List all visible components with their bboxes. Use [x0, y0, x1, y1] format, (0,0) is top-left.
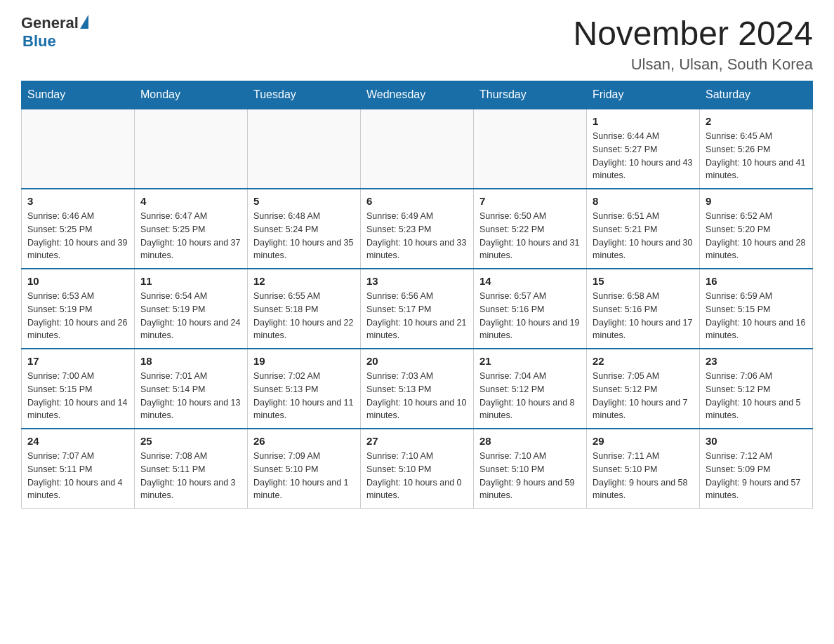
day-number: 22	[593, 355, 694, 367]
day-info: Sunrise: 7:06 AMSunset: 5:12 PMDaylight:…	[706, 370, 807, 422]
day-info: Sunrise: 6:58 AMSunset: 5:16 PMDaylight:…	[593, 290, 694, 342]
week-row-3: 17Sunrise: 7:00 AMSunset: 5:15 PMDayligh…	[22, 349, 813, 429]
day-number: 1	[593, 115, 694, 127]
week-row-1: 3Sunrise: 6:46 AMSunset: 5:25 PMDaylight…	[22, 189, 813, 269]
day-info: Sunrise: 6:49 AMSunset: 5:23 PMDaylight:…	[366, 210, 468, 262]
day-info: Sunrise: 7:03 AMSunset: 5:13 PMDaylight:…	[366, 370, 468, 422]
calendar-cell-w2-d4: 14Sunrise: 6:57 AMSunset: 5:16 PMDayligh…	[474, 269, 587, 349]
day-info: Sunrise: 6:59 AMSunset: 5:15 PMDaylight:…	[706, 290, 807, 342]
day-info: Sunrise: 6:56 AMSunset: 5:17 PMDaylight:…	[366, 290, 468, 342]
calendar-cell-w3-d4: 21Sunrise: 7:04 AMSunset: 5:12 PMDayligh…	[474, 349, 587, 429]
day-info: Sunrise: 7:05 AMSunset: 5:12 PMDaylight:…	[593, 370, 694, 422]
page-header: General Blue November 2024 Ulsan, Ulsan,…	[21, 14, 813, 74]
weekday-header-saturday: Saturday	[700, 81, 813, 109]
weekday-header-sunday: Sunday	[22, 81, 135, 109]
calendar-cell-w1-d1: 4Sunrise: 6:47 AMSunset: 5:25 PMDaylight…	[135, 189, 248, 269]
day-info: Sunrise: 7:02 AMSunset: 5:13 PMDaylight:…	[253, 370, 355, 422]
calendar-cell-w2-d2: 12Sunrise: 6:55 AMSunset: 5:18 PMDayligh…	[248, 269, 361, 349]
calendar-cell-w3-d6: 23Sunrise: 7:06 AMSunset: 5:12 PMDayligh…	[700, 349, 813, 429]
calendar-cell-w0-d4	[474, 109, 587, 189]
day-info: Sunrise: 7:04 AMSunset: 5:12 PMDaylight:…	[479, 370, 581, 422]
day-number: 29	[593, 435, 694, 447]
day-info: Sunrise: 6:50 AMSunset: 5:22 PMDaylight:…	[479, 210, 581, 262]
day-number: 12	[253, 275, 355, 287]
day-number: 24	[27, 435, 128, 447]
calendar-cell-w4-d4: 28Sunrise: 7:10 AMSunset: 5:10 PMDayligh…	[474, 429, 587, 509]
day-info: Sunrise: 6:45 AMSunset: 5:26 PMDaylight:…	[706, 130, 807, 182]
day-number: 30	[706, 435, 807, 447]
week-row-4: 24Sunrise: 7:07 AMSunset: 5:11 PMDayligh…	[22, 429, 813, 509]
day-number: 28	[479, 435, 581, 447]
logo: General Blue	[21, 14, 88, 51]
day-info: Sunrise: 7:08 AMSunset: 5:11 PMDaylight:…	[140, 450, 241, 502]
day-number: 6	[366, 195, 468, 207]
calendar-cell-w2-d1: 11Sunrise: 6:54 AMSunset: 5:19 PMDayligh…	[135, 269, 248, 349]
calendar-cell-w1-d5: 8Sunrise: 6:51 AMSunset: 5:21 PMDaylight…	[587, 189, 700, 269]
calendar-title: November 2024	[573, 14, 813, 53]
calendar-cell-w0-d5: 1Sunrise: 6:44 AMSunset: 5:27 PMDaylight…	[587, 109, 700, 189]
calendar-cell-w2-d3: 13Sunrise: 6:56 AMSunset: 5:17 PMDayligh…	[361, 269, 474, 349]
weekday-header-tuesday: Tuesday	[248, 81, 361, 109]
week-row-2: 10Sunrise: 6:53 AMSunset: 5:19 PMDayligh…	[22, 269, 813, 349]
calendar-cell-w0-d0	[22, 109, 135, 189]
calendar-cell-w4-d0: 24Sunrise: 7:07 AMSunset: 5:11 PMDayligh…	[22, 429, 135, 509]
weekday-header-wednesday: Wednesday	[361, 81, 474, 109]
calendar-cell-w1-d2: 5Sunrise: 6:48 AMSunset: 5:24 PMDaylight…	[248, 189, 361, 269]
day-info: Sunrise: 7:12 AMSunset: 5:09 PMDaylight:…	[706, 450, 807, 502]
day-info: Sunrise: 7:07 AMSunset: 5:11 PMDaylight:…	[27, 450, 128, 502]
day-info: Sunrise: 7:00 AMSunset: 5:15 PMDaylight:…	[27, 370, 128, 422]
day-number: 11	[140, 275, 241, 287]
logo-blue-text: Blue	[22, 32, 56, 51]
calendar-cell-w1-d4: 7Sunrise: 6:50 AMSunset: 5:22 PMDaylight…	[474, 189, 587, 269]
calendar-cell-w0-d2	[248, 109, 361, 189]
day-info: Sunrise: 7:01 AMSunset: 5:14 PMDaylight:…	[140, 370, 241, 422]
day-info: Sunrise: 6:48 AMSunset: 5:24 PMDaylight:…	[253, 210, 355, 262]
calendar-cell-w4-d1: 25Sunrise: 7:08 AMSunset: 5:11 PMDayligh…	[135, 429, 248, 509]
day-info: Sunrise: 6:55 AMSunset: 5:18 PMDaylight:…	[253, 290, 355, 342]
day-number: 9	[706, 195, 807, 207]
calendar-cell-w3-d1: 18Sunrise: 7:01 AMSunset: 5:14 PMDayligh…	[135, 349, 248, 429]
title-block: November 2024 Ulsan, Ulsan, South Korea	[573, 14, 813, 74]
calendar-cell-w4-d6: 30Sunrise: 7:12 AMSunset: 5:09 PMDayligh…	[700, 429, 813, 509]
calendar-cell-w1-d6: 9Sunrise: 6:52 AMSunset: 5:20 PMDaylight…	[700, 189, 813, 269]
day-number: 15	[593, 275, 694, 287]
day-info: Sunrise: 6:54 AMSunset: 5:19 PMDaylight:…	[140, 290, 241, 342]
day-info: Sunrise: 6:57 AMSunset: 5:16 PMDaylight:…	[479, 290, 581, 342]
calendar-cell-w1-d0: 3Sunrise: 6:46 AMSunset: 5:25 PMDaylight…	[22, 189, 135, 269]
calendar-cell-w3-d3: 20Sunrise: 7:03 AMSunset: 5:13 PMDayligh…	[361, 349, 474, 429]
day-number: 25	[140, 435, 241, 447]
calendar-cell-w4-d2: 26Sunrise: 7:09 AMSunset: 5:10 PMDayligh…	[248, 429, 361, 509]
calendar-subtitle: Ulsan, Ulsan, South Korea	[573, 55, 813, 74]
day-info: Sunrise: 6:44 AMSunset: 5:27 PMDaylight:…	[593, 130, 694, 182]
logo-general-text: General	[21, 14, 79, 32]
day-number: 17	[27, 355, 128, 367]
day-number: 10	[27, 275, 128, 287]
calendar-cell-w3-d2: 19Sunrise: 7:02 AMSunset: 5:13 PMDayligh…	[248, 349, 361, 429]
calendar-cell-w3-d5: 22Sunrise: 7:05 AMSunset: 5:12 PMDayligh…	[587, 349, 700, 429]
day-info: Sunrise: 6:53 AMSunset: 5:19 PMDaylight:…	[27, 290, 128, 342]
calendar-cell-w0-d3	[361, 109, 474, 189]
day-number: 5	[253, 195, 355, 207]
weekday-header-thursday: Thursday	[474, 81, 587, 109]
day-number: 27	[366, 435, 468, 447]
day-number: 3	[27, 195, 128, 207]
calendar-cell-w2-d6: 16Sunrise: 6:59 AMSunset: 5:15 PMDayligh…	[700, 269, 813, 349]
day-number: 26	[253, 435, 355, 447]
day-number: 2	[706, 115, 807, 127]
calendar-cell-w2-d5: 15Sunrise: 6:58 AMSunset: 5:16 PMDayligh…	[587, 269, 700, 349]
day-info: Sunrise: 7:09 AMSunset: 5:10 PMDaylight:…	[253, 450, 355, 502]
day-number: 8	[593, 195, 694, 207]
calendar-cell-w1-d3: 6Sunrise: 6:49 AMSunset: 5:23 PMDaylight…	[361, 189, 474, 269]
day-info: Sunrise: 6:46 AMSunset: 5:25 PMDaylight:…	[27, 210, 128, 262]
logo-triangle-icon	[80, 15, 88, 29]
weekday-header-friday: Friday	[587, 81, 700, 109]
calendar-cell-w3-d0: 17Sunrise: 7:00 AMSunset: 5:15 PMDayligh…	[22, 349, 135, 429]
day-number: 23	[706, 355, 807, 367]
calendar-cell-w4-d3: 27Sunrise: 7:10 AMSunset: 5:10 PMDayligh…	[361, 429, 474, 509]
calendar-cell-w4-d5: 29Sunrise: 7:11 AMSunset: 5:10 PMDayligh…	[587, 429, 700, 509]
day-info: Sunrise: 6:51 AMSunset: 5:21 PMDaylight:…	[593, 210, 694, 262]
weekday-header-monday: Monday	[135, 81, 248, 109]
day-info: Sunrise: 7:10 AMSunset: 5:10 PMDaylight:…	[479, 450, 581, 502]
day-number: 7	[479, 195, 581, 207]
day-info: Sunrise: 6:47 AMSunset: 5:25 PMDaylight:…	[140, 210, 241, 262]
